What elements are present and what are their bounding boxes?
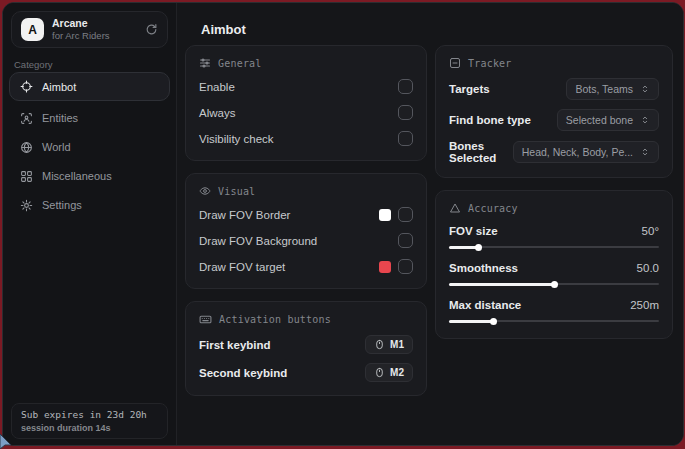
card-header-label: Activation buttons (219, 314, 331, 325)
bones-selected-select[interactable]: Head, Neck, Body, Pe... (513, 141, 659, 163)
slider-thumb[interactable] (551, 281, 558, 288)
mouse-cursor (0, 432, 16, 449)
fov-background-checkbox[interactable] (398, 233, 413, 248)
smoothness-slider[interactable] (449, 280, 659, 288)
card-header-label: Accuracy (468, 203, 518, 214)
setting-row: Enable (199, 78, 413, 95)
page-title: Aimbot (201, 22, 246, 37)
visual-card: Visual Draw FOV Border Draw FOV Backgrou… (185, 173, 427, 289)
app-header: A Arcane for Arc Riders (11, 11, 168, 48)
sidebar-item-world[interactable]: World (9, 133, 170, 161)
setting-label: Always (199, 107, 235, 119)
fov-border-checkbox[interactable] (398, 207, 413, 222)
slider-block: Max distance 250m (449, 299, 659, 325)
card-header-label: General (218, 58, 262, 69)
category-label: Category (14, 59, 53, 70)
mouse-icon (374, 339, 385, 350)
fov-target-checkbox[interactable] (398, 259, 413, 274)
find-bone-type-select[interactable]: Selected bone (557, 109, 659, 131)
right-column: Tracker Targets Bots, Teams Find bone (435, 45, 673, 339)
slider-thumb[interactable] (490, 318, 497, 325)
app-logo: A (21, 18, 44, 41)
sidebar-item-entities[interactable]: Entities (9, 104, 170, 132)
color-swatch-fov-border[interactable] (379, 209, 391, 221)
sidebar-item-label: Settings (42, 199, 82, 211)
sidebar-item-label: Entities (42, 112, 78, 124)
slider-label: FOV size (449, 225, 498, 237)
slider-label: Smoothness (449, 262, 518, 274)
tracker-row: Bones Selected Head, Neck, Body, Pe... (449, 140, 659, 164)
select-value: Bots, Teams (575, 83, 633, 95)
sidebar-item-miscellaneous[interactable]: Miscellaneous (9, 162, 170, 190)
tracker-label: Bones Selected (449, 140, 513, 164)
keybind-value: M1 (390, 339, 404, 350)
left-column: General Enable Always Visibility check (185, 45, 427, 396)
first-keybind-button[interactable]: M1 (365, 335, 413, 354)
setting-label: Draw FOV Background (199, 235, 317, 247)
sidebar-item-aimbot[interactable]: Aimbot (9, 72, 170, 101)
keybind-label: Second keybind (199, 367, 287, 379)
setting-label: Visibility check (199, 133, 274, 145)
slider-thumb[interactable] (475, 244, 482, 251)
slider-value: 50.0 (637, 262, 659, 274)
keybind-row: First keybind M1 (199, 335, 413, 354)
second-keybind-button[interactable]: M2 (365, 363, 413, 382)
slider-value: 50° (642, 225, 659, 237)
entities-icon (20, 112, 33, 125)
card-header-label: Visual (218, 186, 255, 197)
targets-select[interactable]: Bots, Teams (566, 78, 659, 100)
keybind-value: M2 (390, 367, 404, 378)
setting-label: Draw FOV target (199, 261, 285, 273)
tracker-row: Find bone type Selected bone (449, 109, 659, 131)
mouse-icon (374, 367, 385, 378)
setting-row: Always (199, 104, 413, 121)
always-checkbox[interactable] (398, 105, 413, 120)
globe-icon (20, 141, 33, 154)
sidebar: A Arcane for Arc Riders Category Aimbot (3, 3, 177, 445)
crosshair-icon (20, 80, 33, 93)
sidebar-item-label: Miscellaneous (42, 170, 112, 182)
accuracy-card: Accuracy FOV size 50° Smoothness (435, 190, 673, 339)
box-minus-icon (449, 57, 461, 69)
tracker-label: Find bone type (449, 114, 531, 126)
setting-label: Draw FOV Border (199, 209, 290, 221)
color-swatch-fov-target[interactable] (379, 261, 391, 273)
tracker-label: Targets (449, 83, 490, 95)
setting-label: Enable (199, 81, 235, 93)
updown-chevron-icon (640, 115, 650, 125)
triangle-icon (449, 202, 461, 214)
tracker-row: Targets Bots, Teams (449, 78, 659, 100)
app-subtitle: for Arc Riders (52, 30, 137, 42)
keyboard-icon (199, 313, 212, 326)
sidebar-nav: Aimbot Entities World (9, 72, 170, 220)
setting-row: Draw FOV Border (199, 206, 413, 223)
session-duration-text: session duration 14s (21, 422, 158, 434)
fov-size-slider[interactable] (449, 243, 659, 251)
refresh-icon[interactable] (145, 23, 158, 36)
app-title: Arcane (52, 17, 137, 30)
slider-value: 250m (630, 299, 659, 311)
setting-row: Draw FOV Background (199, 232, 413, 249)
keybind-row: Second keybind M2 (199, 363, 413, 382)
sidebar-item-label: Aimbot (42, 81, 76, 93)
grid-icon (20, 170, 33, 183)
app-window: A Arcane for Arc Riders Category Aimbot (2, 2, 684, 446)
general-card: General Enable Always Visibility check (185, 45, 427, 161)
updown-chevron-icon (640, 84, 650, 94)
gear-icon (20, 199, 33, 212)
slider-label: Max distance (449, 299, 521, 311)
max-distance-slider[interactable] (449, 317, 659, 325)
main-panel: Aimbot General Enable Always (177, 3, 683, 445)
sidebar-item-settings[interactable]: Settings (9, 191, 170, 219)
keybind-label: First keybind (199, 339, 271, 351)
sub-expiry-text: Sub expires in 23d 20h (21, 409, 158, 422)
sidebar-item-label: World (42, 141, 71, 153)
enable-checkbox[interactable] (398, 79, 413, 94)
tracker-card: Tracker Targets Bots, Teams Find bone (435, 45, 673, 178)
setting-row: Draw FOV target (199, 258, 413, 275)
activation-card: Activation buttons First keybind M1 S (185, 301, 427, 396)
visibility-check-checkbox[interactable] (398, 131, 413, 146)
updown-chevron-icon (640, 147, 650, 157)
card-header-label: Tracker (468, 58, 512, 69)
slider-block: FOV size 50° (449, 225, 659, 251)
